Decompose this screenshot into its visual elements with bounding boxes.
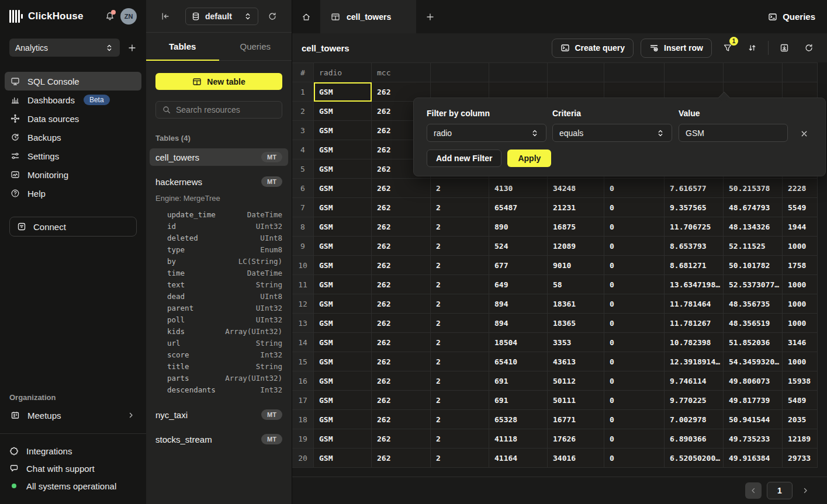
cell[interactable]: 50112 [548,371,604,391]
cell[interactable]: 0 [604,294,665,314]
cell[interactable]: 2 [431,410,489,429]
cell[interactable]: 49.735233 [724,429,783,449]
cell[interactable]: 0 [604,410,665,429]
cell[interactable]: 890 [489,217,548,237]
cell[interactable]: 43613 [548,352,604,371]
cell[interactable]: 524 [489,237,548,256]
refresh-tables-icon[interactable] [268,12,277,21]
cell[interactable]: 12189 [783,429,818,449]
connect-button[interactable]: Connect [9,217,137,237]
cell[interactable]: 894 [489,314,548,333]
cell[interactable]: 6.52050200… [665,449,724,468]
row-number[interactable]: 15 [292,352,314,371]
cell[interactable]: 0 [604,333,665,352]
collapse-panel-icon[interactable] [161,12,170,21]
database-select[interactable]: default [185,8,258,25]
row-number[interactable]: 11 [292,275,314,294]
sidebar-item-data-sources[interactable]: Data sources [5,109,141,128]
cell[interactable]: 262 [372,333,431,352]
create-query-button[interactable]: Create query [552,39,634,58]
cell[interactable]: 677 [489,256,548,275]
cell[interactable]: 5489 [783,391,818,410]
cell[interactable]: GSM [314,371,372,391]
cell[interactable]: 2 [431,333,489,352]
cell[interactable]: 11.706725 [665,217,724,237]
row-number[interactable]: 9 [292,237,314,256]
cell[interactable]: 7.002978 [665,410,724,429]
cell[interactable]: 262 [372,410,431,429]
workspace-select[interactable]: Analytics [9,39,120,57]
cell[interactable]: 691 [489,371,548,391]
sort-button[interactable] [743,39,761,57]
cell[interactable]: 3353 [548,333,604,352]
row-number[interactable]: 17 [292,391,314,410]
cell[interactable]: 18504 [489,333,548,352]
cell[interactable]: 2 [431,371,489,391]
filter-criteria-select[interactable]: equals [552,124,672,142]
cell[interactable]: GSM [314,121,372,140]
row-number[interactable]: 16 [292,371,314,391]
row-number[interactable]: 3 [292,121,314,140]
filter-button[interactable]: 1 [719,39,736,57]
filter-column-select[interactable]: radio [427,124,546,142]
cell[interactable]: 2 [431,275,489,294]
cell[interactable]: 8.653793 [665,237,724,256]
next-page-button[interactable] [798,482,813,499]
cell[interactable]: 2 [431,198,489,217]
cell[interactable]: 29733 [783,449,818,468]
cell[interactable]: 262 [372,294,431,314]
row-number[interactable]: 19 [292,429,314,449]
row-number[interactable]: 14 [292,333,314,352]
sidebar-item-settings[interactable]: Settings [5,147,141,165]
cell[interactable]: GSM [314,217,372,237]
cell[interactable]: 49.806073 [724,371,783,391]
cell[interactable]: 649 [489,275,548,294]
cell[interactable]: 2 [431,294,489,314]
cell[interactable]: GSM [314,256,372,275]
cell[interactable]: GSM [314,179,372,198]
cell[interactable]: 51.852036 [724,333,783,352]
sidebar-item-help[interactable]: Help [5,184,141,203]
sidebar-item-dashboards[interactable]: DashboardsBeta [5,91,141,109]
cell[interactable]: 0 [604,429,665,449]
cell[interactable]: 0 [604,198,665,217]
cell[interactable]: 34248 [548,179,604,198]
cell[interactable]: 34016 [548,449,604,468]
cell[interactable]: 11.781267 [665,314,724,333]
cell[interactable]: 262 [372,449,431,468]
row-number[interactable]: 10 [292,256,314,275]
cell[interactable]: 48.356519 [724,314,783,333]
filter-value-input[interactable] [679,124,788,142]
cell[interactable]: 6.890366 [665,429,724,449]
cell[interactable]: 894 [489,294,548,314]
cell[interactable]: 2035 [783,410,818,429]
cell[interactable]: 2 [431,429,489,449]
cell[interactable]: GSM [314,140,372,159]
row-number[interactable]: 5 [292,159,314,179]
cell[interactable]: 262 [372,198,431,217]
cell[interactable]: 50.215378 [724,179,783,198]
cell[interactable]: 18365 [548,314,604,333]
table-item-cell_towers[interactable]: cell_towersMT [150,148,288,166]
cell[interactable]: 0 [604,391,665,410]
cell[interactable]: 11.781464 [665,294,724,314]
cell[interactable]: 9.746114 [665,371,724,391]
cell[interactable]: GSM [314,198,372,217]
cell[interactable]: 13.6347198… [665,275,724,294]
add-workspace-button[interactable] [127,43,137,53]
cell[interactable]: 4130 [489,179,548,198]
cell[interactable]: 65487 [489,198,548,217]
cell[interactable]: GSM [314,82,372,102]
cell[interactable]: 2 [431,179,489,198]
row-number[interactable]: 18 [292,410,314,429]
cell[interactable]: 49.817739 [724,391,783,410]
cell[interactable]: 2 [431,391,489,410]
cell[interactable]: GSM [314,429,372,449]
add-new-filter-button[interactable]: Add new Filter [427,150,501,167]
sidebar-item-monitoring[interactable]: Monitoring [5,165,141,184]
cell[interactable]: 0 [604,179,665,198]
row-number[interactable]: 20 [292,449,314,468]
cell[interactable]: 2 [431,217,489,237]
cell[interactable]: 1000 [783,352,818,371]
cell[interactable]: 262 [372,275,431,294]
